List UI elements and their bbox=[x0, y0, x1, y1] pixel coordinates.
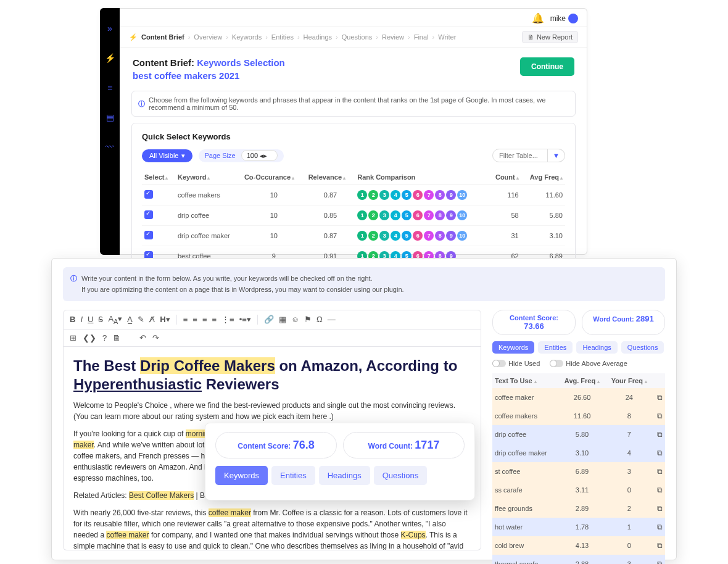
crumb-review[interactable]: Review bbox=[382, 33, 404, 41]
rank-dot: 3 bbox=[379, 210, 389, 220]
link-icon[interactable]: 🔗 bbox=[264, 315, 274, 324]
rank-dot: 2 bbox=[368, 231, 378, 241]
align-left-icon[interactable]: ≡ bbox=[183, 315, 188, 324]
usage-row: coffee makers 11.60 8 ⧉ bbox=[492, 407, 665, 425]
strike-icon[interactable]: S̶ bbox=[98, 315, 103, 324]
copy-icon[interactable]: ⧉ bbox=[657, 430, 663, 439]
italic-icon[interactable]: I bbox=[80, 315, 83, 324]
row-checkbox[interactable] bbox=[144, 231, 153, 239]
col-avgfreq[interactable]: Avg Freq▴ bbox=[521, 170, 565, 185]
chevron-right-icon: › bbox=[297, 33, 300, 41]
pulse-icon[interactable]: 〰 bbox=[105, 142, 114, 152]
rank-dot: 4 bbox=[391, 190, 400, 200]
zap-icon[interactable]: ⚡ bbox=[105, 53, 115, 63]
copy-icon[interactable]: ⧉ bbox=[657, 560, 663, 564]
dash-icon[interactable]: — bbox=[328, 315, 336, 324]
emoji-icon[interactable]: ☺ bbox=[291, 315, 299, 324]
bold-icon[interactable]: B bbox=[70, 315, 75, 324]
tab-questions[interactable]: Questions bbox=[621, 341, 664, 354]
grid-icon[interactable]: ⊞ bbox=[70, 333, 77, 342]
tab-headings[interactable]: Headings bbox=[576, 341, 617, 354]
copy-icon[interactable]: ⧉ bbox=[657, 541, 663, 550]
usage-row: drip coffee maker 3.10 4 ⧉ bbox=[492, 444, 665, 462]
tab-entities[interactable]: Entities bbox=[538, 341, 573, 354]
col-keyword[interactable]: Keyword▴ bbox=[175, 170, 242, 185]
copy-icon[interactable]: ⧉ bbox=[657, 504, 663, 513]
score-tooltip: Content Score: 76.8 Word Count: 1717 Key… bbox=[205, 423, 475, 500]
user-menu[interactable]: mike bbox=[550, 14, 578, 23]
page-icon[interactable]: 🗎 bbox=[113, 333, 121, 342]
code-icon[interactable]: ❮❯ bbox=[83, 333, 96, 342]
crumb-entities[interactable]: Entities bbox=[271, 33, 294, 41]
crumb-headings[interactable]: Headings bbox=[304, 33, 332, 41]
col-count[interactable]: Count▴ bbox=[489, 170, 521, 185]
table-row: drip coffee maker 10 0.87 12345678910 31… bbox=[142, 226, 565, 246]
col-select[interactable]: Select▴ bbox=[142, 170, 175, 185]
toggle-hide-above[interactable]: Hide Above Average bbox=[550, 360, 627, 367]
filter-icon[interactable]: ▼ bbox=[548, 149, 565, 162]
crumb-keywords[interactable]: Keywords bbox=[232, 33, 262, 41]
continue-button[interactable]: Continue bbox=[520, 57, 574, 76]
all-visible-dropdown[interactable]: All Visible ▾ bbox=[142, 149, 192, 162]
rank-dot: 6 bbox=[413, 231, 423, 241]
crumb-content-brief[interactable]: Content Brief bbox=[141, 33, 184, 41]
list-unordered-icon[interactable]: •≡▾ bbox=[239, 315, 251, 324]
col-avgfreq[interactable]: Avg. Freq ▴ bbox=[559, 373, 606, 388]
tooltip-tab-entities[interactable]: Entities bbox=[271, 466, 315, 485]
highlight-icon[interactable]: ✎ bbox=[138, 315, 144, 324]
copy-icon[interactable]: ⧉ bbox=[657, 393, 663, 402]
list-ordered-icon[interactable]: ⋮≡ bbox=[221, 315, 234, 324]
zap-icon: ⚡ bbox=[129, 33, 138, 41]
redo-icon[interactable]: ↷ bbox=[152, 333, 159, 342]
page-size-select[interactable]: Page Size 100 ◂▸ bbox=[199, 149, 284, 162]
font-size-icon[interactable]: AA▾ bbox=[108, 314, 122, 325]
crumb-writer[interactable]: Writer bbox=[438, 33, 456, 41]
flag-icon[interactable]: ⚑ bbox=[304, 315, 312, 324]
rank-dot: 7 bbox=[424, 190, 434, 200]
toggle-hide-used[interactable]: Hide Used bbox=[492, 360, 540, 367]
expand-icon[interactable]: » bbox=[107, 23, 112, 33]
col-cooccurance[interactable]: Co-Occurance▴ bbox=[242, 170, 306, 185]
help-icon[interactable]: ? bbox=[102, 333, 107, 342]
row-checkbox[interactable] bbox=[144, 190, 153, 199]
tooltip-tab-keywords[interactable]: Keywords bbox=[215, 466, 268, 485]
copy-icon[interactable]: ⧉ bbox=[657, 449, 663, 457]
brief-window: 🔔 mike ⚡ Content Brief › Overview › Keyw… bbox=[100, 8, 587, 255]
row-checkbox[interactable] bbox=[144, 210, 153, 219]
crumb-questions[interactable]: Questions bbox=[342, 33, 373, 41]
underline-icon[interactable]: U bbox=[88, 315, 93, 324]
col-relevance[interactable]: Relevance▴ bbox=[306, 170, 355, 185]
crumb-overview[interactable]: Overview bbox=[194, 33, 222, 41]
copy-icon[interactable]: ⧉ bbox=[657, 523, 663, 531]
rank-dot: 8 bbox=[435, 190, 445, 200]
copy-icon[interactable]: ⧉ bbox=[657, 412, 663, 420]
bell-icon[interactable]: 🔔 bbox=[532, 12, 544, 24]
filter-input[interactable] bbox=[492, 149, 548, 162]
undo-icon[interactable]: ↶ bbox=[139, 333, 146, 342]
new-report-button[interactable]: 🗎 New Report bbox=[522, 31, 578, 43]
align-right-icon[interactable]: ≡ bbox=[202, 315, 207, 324]
copy-icon[interactable]: ⧉ bbox=[657, 467, 663, 476]
tooltip-tab-headings[interactable]: Headings bbox=[319, 466, 370, 485]
rank-dot: 8 bbox=[435, 210, 445, 220]
clear-format-icon[interactable]: A̸ bbox=[149, 315, 155, 324]
omega-icon[interactable]: Ω bbox=[316, 315, 323, 324]
book-icon[interactable]: ▤ bbox=[106, 112, 114, 122]
col-text[interactable]: Text To Use ▴ bbox=[492, 373, 559, 388]
col-yourfreq[interactable]: Your Freq ▴ bbox=[605, 373, 653, 388]
rank-dot: 3 bbox=[379, 231, 389, 241]
tab-keywords[interactable]: Keywords bbox=[492, 341, 534, 354]
heading-icon[interactable]: H▾ bbox=[160, 315, 170, 324]
table-icon[interactable]: ▦ bbox=[279, 315, 286, 324]
chevron-right-icon: › bbox=[188, 33, 191, 41]
copy-icon[interactable]: ⧉ bbox=[657, 486, 663, 494]
text-color-icon[interactable]: A̲ bbox=[127, 315, 133, 324]
align-justify-icon[interactable]: ≡ bbox=[212, 315, 217, 324]
info-banner: ⓘ Choose from the following keywords and… bbox=[131, 91, 576, 117]
align-center-icon[interactable]: ≡ bbox=[192, 315, 197, 324]
col-rank[interactable]: Rank Comparison bbox=[355, 170, 488, 185]
list-icon[interactable]: ≡ bbox=[107, 83, 112, 93]
crumb-final[interactable]: Final bbox=[414, 33, 429, 41]
rank-dot: 1 bbox=[357, 190, 367, 200]
tooltip-tab-questions[interactable]: Questions bbox=[374, 466, 428, 485]
